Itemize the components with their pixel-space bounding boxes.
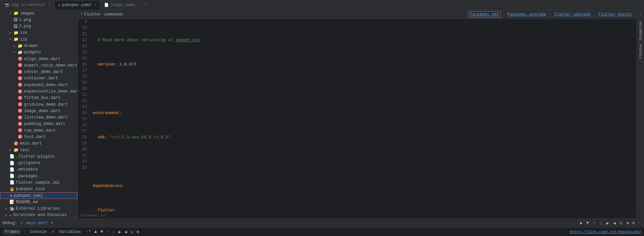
line-numbers: 9 10 11 12 13 14 15 16 17 18 19 20 21 22… bbox=[78, 19, 90, 212]
tab-image-demo[interactable]: 📄 image_demo... × bbox=[101, 0, 151, 10]
nav-icon-8[interactable]: ⊗ bbox=[136, 229, 140, 235]
debug-icon-4[interactable]: ↓ bbox=[599, 220, 603, 226]
folder-icon-drawer: 📁 bbox=[18, 44, 23, 49]
sidebar-item-listview[interactable]: 🎯 listview_demo.dart bbox=[0, 114, 77, 121]
nav-icon-7[interactable]: ↻ bbox=[130, 229, 134, 235]
arrow-widgets: ▼ bbox=[14, 51, 17, 54]
sidebar-item-text[interactable]: 🎯 text.dart bbox=[0, 134, 77, 140]
dart-icon-text: 🎯 bbox=[18, 134, 23, 139]
sidebar-item-drawer[interactable]: ▶ 📁 drawer bbox=[0, 43, 77, 49]
debug-bar: Debug: ⚡ main.dart × ▲ ▼ ↑ ↓ ▶ ◀ ↻ ⊗ ⚙ · bbox=[0, 218, 644, 227]
sidebar-item-png2[interactable]: 🖼 2.png bbox=[0, 23, 77, 30]
dart-icon-align: 🎯 bbox=[18, 56, 23, 61]
console-icon[interactable]: = bbox=[51, 229, 55, 234]
sidebar-item-flutter-plugins[interactable]: 📄 .flutter-plugins bbox=[0, 153, 77, 160]
arrow-scratches: ▶ bbox=[5, 213, 9, 217]
sidebar-item-lib[interactable]: ▼ 📁 lib bbox=[0, 36, 77, 43]
debug-icon-1[interactable]: ▲ bbox=[578, 220, 583, 226]
tab-close-img[interactable]: × bbox=[48, 3, 50, 7]
debug-icon-5[interactable]: ▶ bbox=[605, 220, 610, 226]
debug-run-icon[interactable]: ⚡ bbox=[19, 220, 24, 226]
sidebar-item-align-demo[interactable]: 🎯 align_demo.dart bbox=[0, 56, 77, 62]
debug-icon-3[interactable]: ↑ bbox=[592, 220, 597, 226]
variables-icon[interactable]: ·* bbox=[85, 229, 92, 234]
bottom-tab-console[interactable]: Console bbox=[28, 229, 49, 235]
sidebar-item-image-demo[interactable]: 🎯 image_demo.dart bbox=[0, 108, 77, 114]
arrow-drawer: ▶ bbox=[14, 44, 17, 48]
sidebar-item-ios[interactable]: ▶ 📁 ios bbox=[0, 30, 77, 36]
nav-icon-2[interactable]: ▼ bbox=[100, 229, 104, 234]
flutter-upgrade-btn[interactable]: Flutter upgrade bbox=[553, 11, 592, 18]
sidebar-item-center[interactable]: 🎯 center_demo.dart bbox=[0, 69, 77, 75]
bottom-tab-frames[interactable]: Frames bbox=[3, 229, 21, 235]
folder-icon-lib: 📁 bbox=[14, 37, 19, 42]
nav-icon-5[interactable]: ▶ bbox=[118, 229, 122, 235]
sidebar-item-aspect-ratio[interactable]: 🎯 aspect_ratio_demo.dart bbox=[0, 62, 77, 69]
sidebar-item-expanded[interactable]: 🎯 expanded_demo.dart bbox=[0, 82, 77, 88]
file-icon-lock: 🔒 bbox=[9, 187, 15, 192]
sidebar-item-container[interactable]: 🎯 container.dart bbox=[0, 75, 77, 82]
debug-close[interactable]: × bbox=[51, 221, 53, 225]
gear-icon[interactable]: ⚙ bbox=[632, 220, 635, 226]
dart-icon-main: 🎯 bbox=[14, 141, 19, 146]
flutter-inspector-label[interactable]: Flutter Inspector bbox=[639, 21, 643, 58]
sidebar-item-images[interactable]: ▼ 📁 images bbox=[0, 10, 77, 17]
sidebar-item-padding[interactable]: 🎯 padding_demo.dart bbox=[0, 121, 77, 127]
code-line-15: dependencies: bbox=[93, 183, 634, 189]
sidebar-item-pubspec-yaml[interactable]: ⚙ pubspec.yaml bbox=[0, 192, 77, 199]
debug-icon-7[interactable]: ↻ bbox=[619, 220, 623, 226]
sidebar-item-gitignore[interactable]: 📄 .gitignore bbox=[0, 160, 77, 166]
sidebar-item-gridview[interactable]: 🎯 gridview_demo.dart bbox=[0, 101, 77, 108]
arrow-lib: ▼ bbox=[9, 38, 13, 41]
debug-file[interactable]: main.dart bbox=[26, 221, 48, 226]
sidebar-item-main-dart[interactable]: 🎯 main.dart bbox=[0, 140, 77, 147]
file-icon-packages: 📄 bbox=[9, 174, 15, 179]
tab-pubspec-yaml[interactable]: ⚙ pubspec.yaml × bbox=[54, 0, 100, 10]
doc-info-text: Document 1/1 bbox=[80, 213, 107, 217]
arrow-ext-libs: ▶ bbox=[5, 207, 9, 211]
file-icon-readme: 📝 bbox=[9, 200, 15, 205]
sidebar-item-row[interactable]: 🎯 row_demo.dart bbox=[0, 127, 77, 134]
folder-icon-ext-libs: 📚 bbox=[9, 206, 15, 211]
nav-icon-3[interactable]: ↑ bbox=[106, 229, 110, 234]
dart-icon-container: 🎯 bbox=[18, 76, 23, 81]
packages-upgrade-btn[interactable]: Packages upgrade bbox=[506, 11, 548, 18]
tab-img-screenshot[interactable]: 📷 img_screenshot × bbox=[1, 0, 54, 10]
tab-close-pubspec[interactable]: × bbox=[94, 3, 96, 7]
nav-icon-1[interactable]: ▲ bbox=[94, 229, 98, 234]
sidebar-item-scratches[interactable]: ▶ ✏ Scratches and Consoles bbox=[0, 212, 77, 218]
sidebar-item-readme[interactable]: 📝 README.md bbox=[0, 199, 77, 205]
debug-icon-8[interactable]: ⊗ bbox=[625, 220, 630, 226]
sidebar-item-pubspec-lock[interactable]: 🔒 pubspec.lock bbox=[0, 186, 77, 192]
flutter-icon: ⚡ bbox=[80, 12, 83, 17]
debug-icon-2[interactable]: ▼ bbox=[585, 220, 590, 226]
dart-icon-row: 🎯 bbox=[18, 128, 23, 133]
packages-get-btn[interactable]: Packages get bbox=[468, 11, 501, 18]
sidebar-item-test[interactable]: ▶ 📁 test bbox=[0, 147, 77, 153]
debug-icon-6[interactable]: ◀ bbox=[612, 220, 617, 226]
sidebar-item-external-libs[interactable]: ▶ 📚 External Libraries bbox=[0, 206, 77, 212]
code-line-16: flutter: bbox=[93, 207, 634, 212]
code-editor[interactable]: 9 10 11 12 13 14 15 16 17 18 19 20 21 22… bbox=[78, 19, 637, 212]
tab-close-demo[interactable]: × bbox=[145, 3, 147, 7]
sidebar-item-png1[interactable]: 🖼 1.png bbox=[0, 17, 77, 23]
bottom-tab-variables[interactable]: Variables bbox=[57, 229, 83, 235]
sidebar-item-widgets[interactable]: ▼ 📁 widgets bbox=[0, 49, 77, 56]
bottom-url[interactable]: https://blog.csdn.net/mengks1987 bbox=[570, 230, 641, 234]
sidebar-item-flutter-iml[interactable]: 📄 flutter_sample.iml bbox=[0, 179, 77, 186]
flutter-doctor-btn[interactable]: Flutter doctor bbox=[597, 11, 634, 18]
arrow-test: ▶ bbox=[9, 148, 13, 152]
settings-icon[interactable]: · bbox=[637, 220, 641, 226]
bottom-bar: Frames | Console = Variables ·* ▲ ▼ ↑ ↓ … bbox=[0, 227, 644, 236]
arrow-ios: ▶ bbox=[9, 31, 13, 35]
tab-icon-pubspec: ⚙ bbox=[58, 3, 61, 7]
dart-icon-listview: 🎯 bbox=[18, 115, 23, 120]
sidebar-item-fitted-box[interactable]: 🎯 fitted_box.dart bbox=[0, 95, 77, 101]
sidebar-item-packages[interactable]: 📄 .packages bbox=[0, 173, 77, 179]
dart-icon-expanded: 🎯 bbox=[18, 82, 23, 87]
nav-icon-6[interactable]: ◀ bbox=[124, 229, 128, 235]
nav-icon-4[interactable]: ↓ bbox=[112, 229, 116, 234]
sidebar-item-metadata[interactable]: 📄 .metadata bbox=[0, 166, 77, 173]
code-content: # Read more about versioning at semver.o… bbox=[90, 19, 637, 212]
sidebar-item-expansiontile[interactable]: 🎯 expansiontile_demo.dart bbox=[0, 88, 77, 95]
